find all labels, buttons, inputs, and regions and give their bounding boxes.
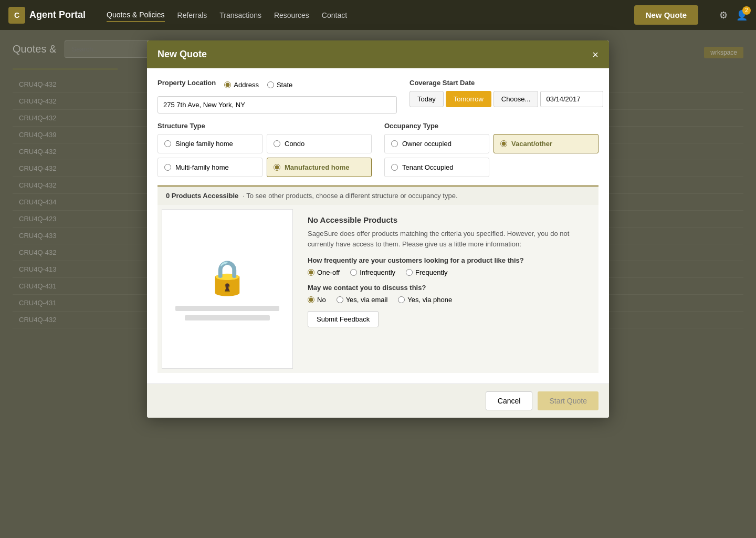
- structure-manufactured[interactable]: Manufactured home: [267, 158, 372, 177]
- frequency-radio-group: One-off Infrequently Frequently: [308, 268, 588, 276]
- location-type-radios: Address State: [224, 81, 292, 89]
- property-location-section: Property Location Address State: [158, 79, 397, 113]
- settings-icon[interactable]: ⚙: [719, 9, 728, 21]
- no-products-title: No Accessible Products: [308, 215, 588, 224]
- state-radio[interactable]: State: [267, 81, 292, 89]
- choose-date-button[interactable]: Choose...: [494, 91, 539, 107]
- modal-body: Property Location Address State: [147, 68, 609, 384]
- no-products-desc: SageSure does offer products matching th…: [308, 229, 588, 249]
- structure-condo[interactable]: Condo: [267, 134, 372, 153]
- occupancy-vacant[interactable]: Vacant/other: [494, 134, 598, 153]
- modal-header: New Quote ×: [147, 40, 609, 68]
- occupancy-type-label: Occupancy Type: [384, 122, 598, 130]
- nav-resources[interactable]: Resources: [274, 9, 309, 22]
- coverage-date-section: Coverage Start Date Today Tomorrow Choos…: [410, 79, 598, 107]
- date-input[interactable]: [540, 91, 603, 107]
- contact-phone[interactable]: Yes, via phone: [398, 296, 452, 304]
- submit-feedback-button[interactable]: Submit Feedback: [308, 311, 379, 327]
- structure-type-grid: Single family home Condo Multi-family ho…: [158, 134, 372, 177]
- date-buttons: Today Tomorrow Choose...: [410, 91, 598, 107]
- structure-type-label: Structure Type: [158, 122, 372, 130]
- lock-panel: 🔒: [162, 209, 293, 369]
- nav-transactions[interactable]: Transactions: [219, 9, 261, 22]
- occupancy-type-section: Occupancy Type Owner occupied Vacant/oth…: [384, 122, 598, 177]
- products-banner: 0 Products Accessible · To see other pro…: [158, 185, 598, 205]
- coverage-date-label: Coverage Start Date: [410, 79, 598, 87]
- form-row-location-date: Property Location Address State: [158, 79, 598, 113]
- modal-footer: Cancel Start Quote: [147, 384, 609, 418]
- contact-email[interactable]: Yes, via email: [337, 296, 388, 304]
- modal-title: New Quote: [158, 49, 207, 60]
- nav-contact[interactable]: Contact: [322, 9, 347, 22]
- feedback-panel: No Accessible Products SageSure does off…: [297, 205, 598, 373]
- nav-quotes-policies[interactable]: Quotes & Policies: [107, 8, 165, 22]
- top-navigation: C Agent Portal Quotes & Policies Referra…: [0, 0, 756, 30]
- structure-type-section: Structure Type Single family home Condo: [158, 122, 372, 177]
- frequency-frequently[interactable]: Frequently: [406, 268, 447, 276]
- page-background: Quotes & wrkspace CRU4Q-432CRU4Q-432CRU4…: [0, 30, 756, 538]
- frequency-infrequently[interactable]: Infrequently: [350, 268, 395, 276]
- tomorrow-button[interactable]: Tomorrow: [446, 91, 491, 107]
- address-radio[interactable]: Address: [224, 81, 259, 89]
- no-products-area: 🔒 No Accessible Products SageSure does o…: [158, 205, 598, 373]
- property-location-label: Property Location: [158, 79, 216, 87]
- notification-badge: 2: [742, 6, 751, 15]
- modal-close-button[interactable]: ×: [592, 49, 598, 60]
- form-row-types: Structure Type Single family home Condo: [158, 122, 598, 177]
- logo-icon: C: [8, 7, 25, 24]
- modal-overlay: New Quote × Property Location Address: [0, 30, 756, 538]
- cancel-button[interactable]: Cancel: [486, 391, 533, 410]
- frequency-question: How frequently are your customers lookin…: [308, 256, 588, 264]
- app-logo: C Agent Portal: [8, 7, 86, 24]
- start-quote-button[interactable]: Start Quote: [538, 391, 598, 410]
- products-hint: · To see other products, choose a differ…: [243, 192, 457, 200]
- logo-text: Agent Portal: [29, 9, 86, 20]
- nav-referrals[interactable]: Referrals: [177, 9, 207, 22]
- occupancy-owner[interactable]: Owner occupied: [384, 134, 489, 153]
- occupancy-tenant[interactable]: Tenant Occupied: [384, 158, 489, 177]
- occupancy-type-grid: Owner occupied Vacant/other Tenant Occup…: [384, 134, 598, 177]
- products-count: 0 Products Accessible: [166, 192, 238, 200]
- new-quote-modal: New Quote × Property Location Address: [147, 40, 609, 418]
- frequency-one-off[interactable]: One-off: [308, 268, 340, 276]
- new-quote-button[interactable]: New Quote: [634, 5, 698, 25]
- user-icon[interactable]: 👤 2: [736, 9, 748, 21]
- lock-icon: 🔒: [206, 258, 248, 297]
- contact-radio-group: No Yes, via email Yes, via phone: [308, 296, 588, 304]
- contact-question: May we contact you to discuss this?: [308, 284, 588, 292]
- structure-single-family[interactable]: Single family home: [158, 134, 262, 153]
- address-input[interactable]: [158, 96, 397, 113]
- today-button[interactable]: Today: [410, 91, 444, 107]
- structure-multi-family[interactable]: Multi-family home: [158, 158, 262, 177]
- contact-no[interactable]: No: [308, 296, 326, 304]
